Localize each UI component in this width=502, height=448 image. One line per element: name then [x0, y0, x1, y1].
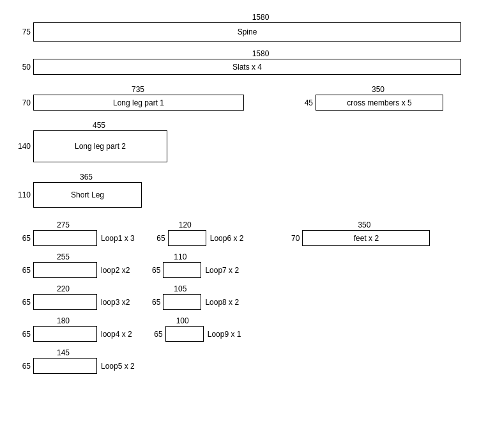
cross-members-height-label: 45	[295, 98, 313, 107]
loops-row3: 220 65 loop3 x2 105 65 Loop8 x 2	[13, 284, 489, 310]
long-leg1-width-label: 735	[13, 85, 244, 94]
loop3-section: 220 65 loop3 x2	[13, 284, 130, 310]
loop6-width-label: 120	[148, 220, 205, 229]
loop7-section: 110 65 Loop7 x 2	[142, 252, 239, 278]
feet-height-label: 70	[282, 234, 300, 243]
loop8-width-label: 105	[142, 284, 200, 293]
loop3-rect	[33, 294, 97, 310]
loop5-label: Loop5 x 2	[101, 362, 135, 371]
short-leg-width-label: 365	[13, 173, 141, 182]
loop9-height-label: 65	[145, 330, 163, 339]
loop8-height-label: 65	[142, 298, 160, 307]
loop9-width-label: 100	[145, 316, 202, 325]
feet-section: 350 70 feet x 2	[282, 220, 430, 246]
long-leg2-width-label: 455	[13, 121, 166, 130]
loops-row2: 255 65 loop2 x2 110 65 Loop7 x 2	[13, 252, 489, 278]
loop6-height-label: 65	[148, 234, 165, 243]
spine-rect: Spine	[33, 22, 461, 42]
long-leg2-height-label: 140	[13, 142, 31, 151]
short-leg-height-label: 110	[13, 190, 31, 199]
loop6-section: 120 65 Loop6 x 2	[148, 220, 244, 246]
loops-row1: 275 65 Loop1 x 3 120 65 Loop6 x 2 350 70…	[13, 220, 489, 246]
long-leg1-section: 735 70 Long leg part 1	[13, 85, 244, 111]
loop2-rect	[33, 262, 97, 278]
loop9-label: Loop9 x 1	[208, 330, 241, 339]
slats-rect: Slats x 4	[33, 59, 461, 75]
loop7-label: Loop7 x 2	[205, 266, 239, 275]
loop6-label: Loop6 x 2	[210, 234, 244, 243]
slats-width-label: 1580	[13, 49, 489, 58]
short-leg-rect: Short Leg	[33, 182, 142, 208]
loop5-section: 145 65 Loop5 x 2	[13, 348, 135, 374]
loop3-height-label: 65	[13, 298, 31, 307]
loop4-rect	[33, 326, 97, 342]
loop7-rect	[163, 262, 201, 278]
loop5-height-label: 65	[13, 362, 31, 371]
loop4-height-label: 65	[13, 330, 31, 339]
loop3-label: loop3 x2	[101, 298, 130, 307]
spine-width-label: 1580	[13, 13, 489, 22]
loop7-height-label: 65	[142, 266, 160, 275]
cross-members-width-label: 350	[295, 85, 443, 94]
loop2-height-label: 65	[13, 266, 31, 275]
spine-section: 1580 75 Spine	[13, 13, 489, 42]
slats-section: 1580 50 Slats x 4	[13, 49, 489, 75]
feet-width-label: 350	[282, 220, 429, 229]
long-leg1-rect: Long leg part 1	[33, 95, 244, 111]
long-leg1-height-label: 70	[13, 98, 31, 107]
loops-row4: 180 65 loop4 x 2 100 65 Loop9 x 1	[13, 316, 489, 342]
long-leg2-rect: Long leg part 2	[33, 130, 167, 162]
loop8-section: 105 65 Loop8 x 2	[142, 284, 239, 310]
cross-members-rect: cross members x 5	[316, 95, 443, 111]
loop7-width-label: 110	[142, 252, 200, 261]
loop1-rect	[33, 230, 97, 246]
loop1-section: 275 65 Loop1 x 3	[13, 220, 135, 246]
loop4-width-label: 180	[13, 316, 96, 325]
loops-row5: 145 65 Loop5 x 2	[13, 348, 489, 374]
short-leg-section: 365 110 Short Leg	[13, 173, 489, 208]
loop6-rect	[168, 230, 206, 246]
slats-height-label: 50	[13, 63, 31, 72]
long-leg1-cross-row: 735 70 Long leg part 1 350 45 cross memb…	[13, 85, 489, 111]
loop2-section: 255 65 loop2 x2	[13, 252, 130, 278]
loop1-height-label: 65	[13, 234, 31, 243]
spine-height-label: 75	[13, 27, 31, 36]
cross-members-section: 350 45 cross members x 5	[295, 85, 443, 111]
loop3-width-label: 220	[13, 284, 96, 293]
loop4-label: loop4 x 2	[101, 330, 132, 339]
loop9-rect	[165, 326, 204, 342]
loop5-rect	[33, 358, 97, 374]
loop8-label: Loop8 x 2	[205, 298, 239, 307]
loop4-section: 180 65 loop4 x 2	[13, 316, 132, 342]
loop8-rect	[163, 294, 201, 310]
loop2-width-label: 255	[13, 252, 96, 261]
long-leg2-section: 455 140 Long leg part 2	[13, 121, 489, 162]
loop5-width-label: 145	[13, 348, 96, 357]
loop1-label: Loop1 x 3	[101, 234, 135, 243]
feet-rect: feet x 2	[302, 230, 430, 246]
loop1-width-label: 275	[13, 220, 96, 229]
loop9-section: 100 65 Loop9 x 1	[145, 316, 241, 342]
loop2-label: loop2 x2	[101, 266, 130, 275]
